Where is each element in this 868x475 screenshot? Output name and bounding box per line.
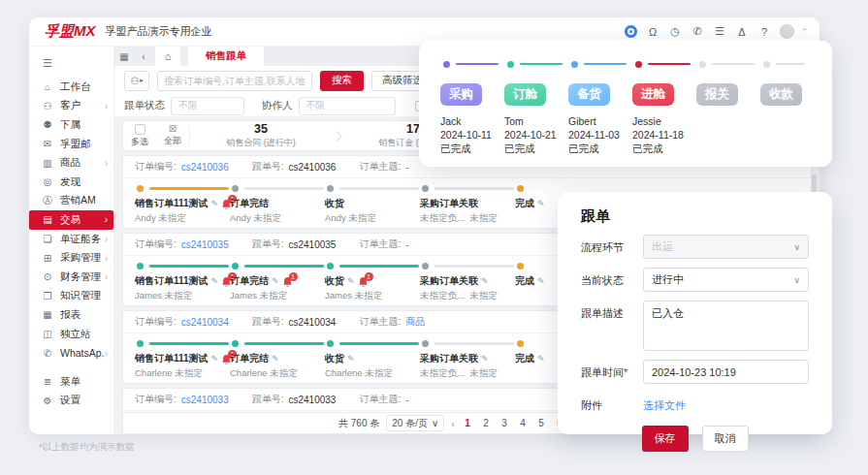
alert-badge-icon[interactable]: 1	[282, 276, 293, 287]
timeline-node-title: 采购订单关联	[420, 352, 478, 365]
sidebar-item-mail[interactable]: ✉孚盟邮	[29, 135, 113, 154]
sidebar-item-settings[interactable]: ⚙设置	[29, 392, 113, 411]
sidebar-item-label: 发现	[60, 175, 80, 189]
quick-complete-text: 快速完成成功(10-28 13:17)	[325, 382, 430, 384]
order-no-link[interactable]: cs2410033	[181, 395, 229, 405]
stage-badge[interactable]: 采购	[440, 83, 482, 106]
sidebar-item-customer[interactable]: ⚇客户›	[29, 97, 113, 116]
purchase-mgmt-icon: ⊞	[42, 253, 53, 264]
edit-icon[interactable]: ✎	[211, 276, 219, 286]
timeline-node-owner: 未指定负... 未指定	[420, 367, 513, 380]
choose-file-link[interactable]: 选择文件	[643, 393, 686, 413]
tab-sales-follow[interactable]: 销售跟单	[188, 47, 264, 66]
stage-badge[interactable]: 备货	[568, 83, 610, 106]
back-arrow-icon[interactable]: ‹	[134, 47, 153, 66]
home-tab-icon[interactable]: ⌂	[155, 47, 180, 66]
sidebar-item-report[interactable]: ▦报表	[29, 305, 113, 325]
sidebar-item-site[interactable]: ◫独立站	[29, 325, 113, 344]
contact-search-button[interactable]: ⚇ ▸	[124, 71, 149, 91]
edit-icon[interactable]: ✎	[481, 276, 489, 286]
page-number[interactable]: 5	[535, 418, 547, 428]
subject-value[interactable]: -	[405, 239, 408, 250]
edit-icon[interactable]: ✎	[481, 354, 489, 364]
order-no-link[interactable]: cs2410035	[181, 239, 229, 250]
user-avatar[interactable]	[780, 24, 794, 39]
subject-value[interactable]: -	[405, 395, 408, 405]
stage-badge[interactable]: 订舱	[504, 83, 546, 106]
cancel-button[interactable]: 取消	[702, 426, 749, 452]
alert-badge-icon[interactable]: 1	[358, 276, 369, 287]
edit-icon[interactable]: ✎	[272, 354, 279, 364]
sidebar-item-purchase-mgmt[interactable]: ⊞采购管理›	[29, 248, 113, 268]
view-eye-icon[interactable]	[242, 306, 253, 307]
edit-icon[interactable]: ✎	[537, 276, 545, 286]
stage-badge[interactable]: 报关	[696, 83, 738, 106]
view-eye-icon[interactable]	[433, 306, 443, 307]
edit-icon[interactable]: ✎	[537, 354, 545, 364]
description-textarea[interactable]: 已入仓	[643, 301, 809, 351]
select-all-label: 全部	[164, 135, 181, 147]
page-number[interactable]: 3	[498, 418, 510, 428]
page-number[interactable]: 1	[462, 418, 473, 428]
view-eye-icon[interactable]	[338, 384, 348, 385]
process-step-select[interactable]: 出运 ∨	[643, 235, 809, 259]
headset-icon[interactable]: Ω	[646, 26, 659, 38]
view-eye-icon[interactable]	[433, 384, 443, 385]
sidebar-item-menu[interactable]: ≣菜单	[29, 372, 113, 392]
prev-page-button[interactable]: ‹	[451, 418, 455, 429]
page-number[interactable]: 4	[517, 418, 529, 428]
save-button[interactable]: 保存	[642, 426, 689, 452]
order-no-link[interactable]: cs2410034	[181, 317, 229, 328]
sidebar-item-marketing-am[interactable]: Ⓐ营销AM	[29, 192, 113, 211]
sidebar-item-trade[interactable]: ▤交易›	[29, 210, 113, 230]
sidebar-item-shipping-doc[interactable]: ❏单证船务›	[29, 230, 113, 249]
edit-icon[interactable]: ✎	[211, 199, 219, 208]
search-input[interactable]	[157, 71, 312, 91]
stage-badge[interactable]: 收款	[760, 83, 802, 106]
multi-select-checkbox[interactable]	[135, 124, 145, 135]
sidebar-item-finance-mgmt[interactable]: ⊙财务管理›	[29, 268, 113, 287]
sidebar-item-discover[interactable]: ◎发现	[29, 173, 113, 192]
sidebar-item-label: 工作台	[60, 80, 91, 94]
view-eye-icon[interactable]	[338, 306, 348, 307]
chevron-down-icon[interactable]: ˇ	[803, 27, 806, 37]
stage-badge[interactable]: 进舱	[632, 83, 674, 106]
timeline-node-title-row: 销售订单111测试✎1	[135, 352, 228, 365]
view-eye-icon[interactable]	[242, 384, 253, 385]
current-status-select[interactable]: 进行中 ∨	[643, 268, 809, 292]
task-list-icon[interactable]: ☰	[713, 25, 726, 38]
sidebar-item-workbench[interactable]: ⌂工作台	[29, 78, 113, 97]
edit-icon[interactable]: ✎	[211, 354, 219, 364]
edit-icon[interactable]: ✎	[537, 199, 545, 208]
subject-value[interactable]: 商品	[405, 315, 425, 329]
follow-time-row: 跟单时间*	[581, 360, 809, 384]
search-button[interactable]: 搜索	[320, 71, 364, 91]
sidebar-item-whatsapp[interactable]: ✆WhatsAp...›	[29, 343, 113, 363]
app-grid-icon[interactable]: ▦	[114, 47, 134, 66]
notification-bell-icon[interactable]: Δ	[735, 26, 749, 38]
follow-time-input[interactable]	[643, 360, 809, 384]
select-all-icon[interactable]: ⊠	[169, 124, 177, 134]
sidebar-item-subordinate[interactable]: ⚉下属	[29, 115, 113, 135]
edit-icon[interactable]: ✎	[347, 276, 355, 286]
ai-assistant-icon[interactable]	[625, 25, 637, 38]
page-number[interactable]: 2	[480, 418, 492, 428]
clock-icon[interactable]: ◷	[668, 25, 682, 38]
collaborator-filter-select[interactable]: 不限	[299, 97, 396, 115]
page-size-select[interactable]: 20 条/页∨	[386, 415, 444, 431]
sidebar-item-knowledge-mgmt[interactable]: ❐知识管理	[29, 287, 113, 306]
help-icon[interactable]: ?	[757, 26, 771, 38]
phone-icon[interactable]: ✆	[691, 25, 704, 38]
edit-icon[interactable]: ✎	[347, 354, 355, 364]
status-filter-select[interactable]: 不限	[171, 97, 244, 115]
stats-item[interactable]: 35销售合同 (进行中)	[190, 123, 332, 149]
order-no-link[interactable]: cs2410036	[181, 162, 229, 173]
trade-icon: ▤	[42, 214, 53, 225]
sidebar-collapse-icon[interactable]: ☰	[29, 54, 113, 72]
subject-value[interactable]: -	[405, 162, 408, 173]
sidebar-item-product[interactable]: ▥商品›	[29, 153, 113, 173]
timeline-node-owner: James 未指定	[230, 290, 323, 302]
edit-icon[interactable]: ✎	[272, 276, 279, 286]
timeline-line	[149, 265, 229, 268]
discover-icon: ◎	[42, 176, 53, 187]
